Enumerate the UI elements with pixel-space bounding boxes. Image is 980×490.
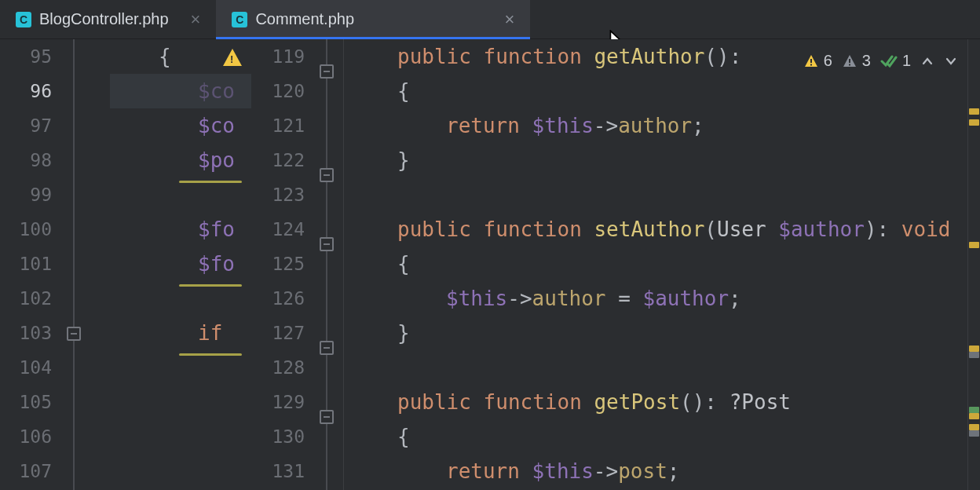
- fold-column: [66, 39, 110, 490]
- gutter: 119 120 121 122 123 124 125 126 127 128 …: [251, 39, 344, 490]
- error-stripe[interactable]: [967, 39, 980, 490]
- fold-toggle-icon[interactable]: [320, 237, 334, 251]
- prev-highlight-button[interactable]: [920, 54, 934, 68]
- fold-column: [319, 39, 343, 490]
- editor-right-pane[interactable]: 119 120 121 122 123 124 125 126 127 128 …: [251, 39, 980, 490]
- fold-toggle-icon[interactable]: [320, 168, 334, 182]
- weak-warning-icon: [842, 53, 858, 69]
- tab-label: BlogController.php: [39, 10, 169, 28]
- gutter: 95 96 97 98 99 100 101 102 103 104 105 1…: [0, 39, 110, 490]
- svg-rect-2: [849, 59, 850, 63]
- inspection-widget[interactable]: 6 3 1: [803, 52, 958, 70]
- tab-blogcontroller[interactable]: C BlogController.php ×: [0, 0, 216, 38]
- stripe-mark[interactable]: [969, 119, 979, 126]
- double-check-icon: [880, 54, 898, 68]
- svg-rect-0: [810, 59, 812, 63]
- svg-rect-3: [849, 64, 850, 65]
- tab-bar: C BlogController.php × C Comment.php ×: [0, 0, 980, 39]
- code-area[interactable]: public function getAuthor(): { return $t…: [344, 39, 961, 490]
- tab-label: Comment.php: [255, 10, 354, 28]
- line-numbers: 95 96 97 98 99 100 101 102 103 104 105 1…: [0, 39, 66, 490]
- svg-rect-1: [810, 64, 812, 65]
- weak-warning-count[interactable]: 3: [842, 52, 871, 70]
- fold-toggle-icon[interactable]: [320, 64, 334, 79]
- fold-toggle-icon[interactable]: [320, 410, 334, 424]
- close-icon[interactable]: ×: [500, 11, 520, 28]
- stripe-mark[interactable]: [969, 346, 979, 352]
- close-icon[interactable]: ×: [186, 11, 206, 28]
- tab-comment[interactable]: C Comment.php ×: [216, 0, 530, 38]
- php-class-icon: C: [232, 12, 247, 27]
- stripe-mark[interactable]: [969, 407, 979, 413]
- warning-icon[interactable]: !: [223, 49, 242, 66]
- warning-icon: [803, 53, 819, 69]
- stripe-mark[interactable]: [969, 352, 979, 358]
- editor-left-pane[interactable]: 95 96 97 98 99 100 101 102 103 104 105 1…: [0, 39, 251, 490]
- fold-toggle-icon[interactable]: [67, 327, 81, 341]
- stripe-mark[interactable]: [969, 108, 979, 115]
- stripe-mark[interactable]: [969, 242, 979, 248]
- php-class-icon: C: [16, 12, 31, 27]
- stripe-mark[interactable]: [969, 424, 979, 430]
- tab-bar-empty[interactable]: [530, 0, 980, 38]
- stripe-mark[interactable]: [969, 430, 979, 437]
- line-numbers: 119 120 121 122 123 124 125 126 127 128 …: [251, 39, 319, 490]
- warning-count[interactable]: 6: [803, 52, 832, 70]
- fold-toggle-icon[interactable]: [320, 341, 334, 355]
- code-area[interactable]: { $co $co $po $fo $fo if: [110, 39, 251, 490]
- next-highlight-button[interactable]: [944, 54, 958, 68]
- current-line-highlight: [110, 74, 251, 108]
- stripe-mark[interactable]: [969, 413, 979, 419]
- ok-count[interactable]: 1: [880, 52, 911, 70]
